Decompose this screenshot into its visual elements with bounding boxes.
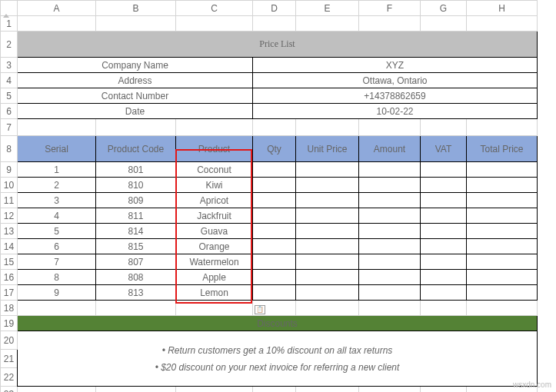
col-header-G[interactable]: G <box>421 1 467 16</box>
cell-code[interactable]: 813 <box>96 285 176 301</box>
cell-serial[interactable]: 4 <box>18 208 96 224</box>
row-header[interactable]: 1 <box>1 16 18 32</box>
row-header[interactable]: 17 <box>1 285 18 301</box>
row-header[interactable]: 23 <box>1 387 18 393</box>
hdr-qty[interactable]: Qty <box>253 136 296 162</box>
row-header[interactable]: 20 <box>1 331 18 350</box>
row-header[interactable]: 14 <box>1 239 18 254</box>
address-label[interactable]: Address <box>18 73 253 88</box>
hdr-total[interactable]: Total Price <box>467 136 538 162</box>
cell-code[interactable]: 808 <box>96 270 176 285</box>
discounts-body[interactable]: • Return customers get a 10% discount on… <box>18 331 538 387</box>
cell-serial[interactable]: 5 <box>18 224 96 239</box>
select-all-corner[interactable] <box>1 1 18 16</box>
row-header[interactable]: 15 <box>1 254 18 270</box>
row-header[interactable]: 22 <box>1 368 18 387</box>
row-header[interactable]: 2 <box>1 32 18 58</box>
cell-product[interactable]: Coconut <box>176 162 253 178</box>
row-header[interactable]: 4 <box>1 73 18 88</box>
date-value[interactable]: 10-02-22 <box>253 104 538 119</box>
row-header[interactable]: 19 <box>1 316 18 331</box>
cell-code[interactable]: 810 <box>96 178 176 193</box>
row-header[interactable]: 16 <box>1 270 18 285</box>
row-header[interactable]: 3 <box>1 58 18 73</box>
date-label[interactable]: Date <box>18 104 253 119</box>
cell-serial[interactable]: 1 <box>18 162 96 178</box>
row-header[interactable]: 13 <box>1 224 18 239</box>
cell-code[interactable]: 811 <box>96 208 176 224</box>
hdr-code[interactable]: Product Code <box>96 136 176 162</box>
hdr-vat[interactable]: VAT <box>421 136 467 162</box>
company-label[interactable]: Company Name <box>18 58 253 73</box>
watermark: wsxdn.com <box>513 380 551 389</box>
address-value[interactable]: Ottawa, Ontario <box>253 73 538 88</box>
cell-unit[interactable] <box>296 162 359 178</box>
cell-amount[interactable] <box>359 162 421 178</box>
spreadsheet-grid[interactable]: A B C D E F G H 1 2 Price List 3 Company… <box>0 0 538 392</box>
row-header[interactable]: 18 <box>1 301 18 316</box>
cell-code[interactable]: 814 <box>96 224 176 239</box>
row-header[interactable]: 8 <box>1 136 18 162</box>
col-header-F[interactable]: F <box>359 1 421 16</box>
col-header-E[interactable]: E <box>296 1 359 16</box>
contact-value[interactable]: +14378862659 <box>253 88 538 104</box>
cell-product[interactable]: Kiwi <box>176 178 253 193</box>
row-header[interactable]: 21 <box>1 350 18 368</box>
discount-line1: • Return customers get a 10% discount on… <box>18 345 537 356</box>
cell-code[interactable]: 801 <box>96 162 176 178</box>
hdr-product[interactable]: Product <box>176 136 253 162</box>
company-value[interactable]: XYZ <box>253 58 538 73</box>
discounts-header[interactable]: Discounts <box>18 316 538 331</box>
row-header[interactable]: 6 <box>1 104 18 119</box>
paste-options-icon[interactable]: 📋 <box>255 305 265 314</box>
row-header[interactable]: 5 <box>1 88 18 104</box>
cell-qty[interactable] <box>253 162 296 178</box>
hdr-amount[interactable]: Amount <box>359 136 421 162</box>
col-header-B[interactable]: B <box>96 1 176 16</box>
contact-label[interactable]: Contact Number <box>18 88 253 104</box>
cell-vat[interactable] <box>421 162 467 178</box>
row-header[interactable]: 11 <box>1 193 18 208</box>
col-header-A[interactable]: A <box>18 1 96 16</box>
cell-serial[interactable]: 2 <box>18 178 96 193</box>
cell-product[interactable]: Orange <box>176 239 253 254</box>
cell-serial[interactable]: 3 <box>18 193 96 208</box>
cell-total[interactable] <box>467 162 538 178</box>
col-header-C[interactable]: C <box>176 1 253 16</box>
hdr-serial[interactable]: Serial <box>18 136 96 162</box>
cell-product[interactable]: Watermelon <box>176 254 253 270</box>
hdr-unit[interactable]: Unit Price <box>296 136 359 162</box>
row-header[interactable]: 7 <box>1 119 18 136</box>
cell-serial[interactable]: 8 <box>18 270 96 285</box>
row-header[interactable]: 9 <box>1 162 18 178</box>
cell-product[interactable]: Guava <box>176 224 253 239</box>
row-header[interactable]: 12 <box>1 208 18 224</box>
row-header[interactable]: 10 <box>1 178 18 193</box>
col-header-H[interactable]: H <box>467 1 538 16</box>
title-cell[interactable]: Price List <box>18 32 538 58</box>
cell-code[interactable]: 815 <box>96 239 176 254</box>
cell-product[interactable]: Jackfruit <box>176 208 253 224</box>
discount-line2: • $20 discount on your next invoice for … <box>18 362 537 373</box>
cell-code[interactable]: 809 <box>96 193 176 208</box>
cell-product[interactable]: Apple <box>176 270 253 285</box>
cell-product[interactable]: Lemon <box>176 285 253 301</box>
cell-serial[interactable]: 6 <box>18 239 96 254</box>
col-header-D[interactable]: D <box>253 1 296 16</box>
cell-serial[interactable]: 9 <box>18 285 96 301</box>
cell-product[interactable]: Apricot <box>176 193 253 208</box>
cell-serial[interactable]: 7 <box>18 254 96 270</box>
cell-code[interactable]: 807 <box>96 254 176 270</box>
column-header-row: A B C D E F G H <box>1 1 538 16</box>
